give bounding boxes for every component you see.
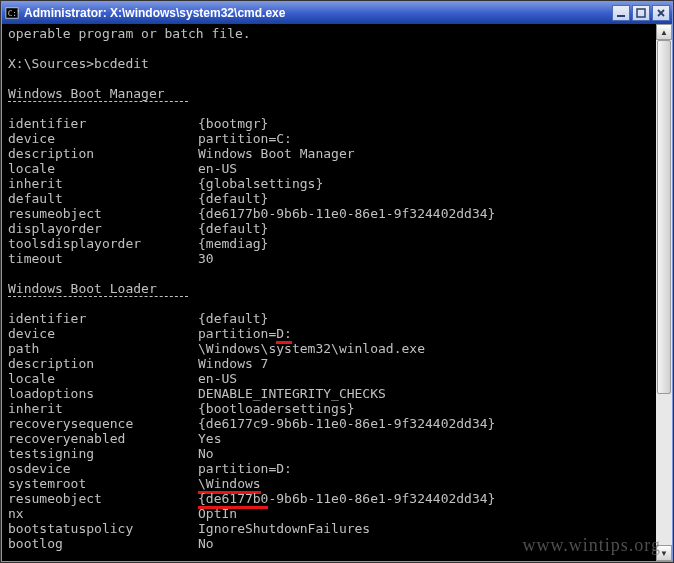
field-value: \Windows\system32\winload.exe	[198, 341, 425, 356]
field-label: timeout	[8, 251, 198, 266]
watermark: www.wintips.org	[522, 535, 661, 556]
field-label: description	[8, 356, 198, 371]
scroll-thumb[interactable]	[657, 40, 671, 394]
minimize-button[interactable]	[612, 5, 630, 21]
field-value: IgnoreShutdownFailures	[198, 521, 370, 536]
field-label: inherit	[8, 401, 198, 416]
field-value: 30	[198, 251, 214, 266]
field-label: recoverysequence	[8, 416, 198, 431]
section-header: Windows Boot Manager	[8, 86, 165, 101]
field-value: {default}	[198, 221, 268, 236]
field-value: en-US	[198, 371, 237, 386]
field-value: {bootloadersettings}	[198, 401, 355, 416]
field-label: path	[8, 341, 198, 356]
cmd-icon: C:\	[4, 5, 20, 21]
field-label: displayorder	[8, 221, 198, 236]
field-label: recoveryenabled	[8, 431, 198, 446]
field-label: testsigning	[8, 446, 198, 461]
field-label: identifier	[8, 311, 198, 326]
field-label: inherit	[8, 176, 198, 191]
field-value: Windows Boot Manager	[198, 146, 355, 161]
svg-rect-3	[637, 9, 645, 17]
field-label: resumeobject	[8, 206, 198, 221]
field-label: device	[8, 131, 198, 146]
terminal-output[interactable]: operable program or batch file. X:\Sourc…	[2, 24, 672, 561]
field-value: {de6177b0-9b6b-11e0-86e1-9f324402dd34}	[198, 206, 495, 221]
field-value: partition=D:	[198, 326, 292, 341]
field-value: {default}	[198, 191, 268, 206]
field-value: Yes	[198, 431, 221, 446]
field-label: device	[8, 326, 198, 341]
field-value: No	[198, 536, 214, 551]
field-value: partition=D:	[198, 461, 292, 476]
field-label: systemroot	[8, 476, 198, 491]
scroll-up-button[interactable]: ▲	[656, 24, 672, 40]
section-header: Windows Boot Loader	[8, 281, 157, 296]
field-label: bootlog	[8, 536, 198, 551]
vertical-scrollbar[interactable]: ▲ ▼	[656, 24, 672, 561]
highlighted-value: {de6177b0	[198, 491, 268, 506]
cmd-window: C:\ Administrator: X:\windows\system32\c…	[1, 1, 673, 562]
field-value: Windows 7	[198, 356, 268, 371]
field-value: {bootmgr}	[198, 116, 268, 131]
field-value: DENABLE_INTEGRITY_CHECKS	[198, 386, 386, 401]
svg-rect-2	[617, 15, 625, 17]
field-value: \Windows	[198, 476, 261, 491]
field-label: osdevice	[8, 461, 198, 476]
highlighted-value: \Windows	[198, 476, 261, 491]
field-label: loadoptions	[8, 386, 198, 401]
command: bcdedit	[94, 56, 149, 71]
output-line: operable program or batch file.	[8, 26, 251, 41]
close-button[interactable]	[652, 5, 670, 21]
field-value: No	[198, 446, 214, 461]
field-label: bootstatuspolicy	[8, 521, 198, 536]
field-value: {memdiag}	[198, 236, 268, 251]
field-label: locale	[8, 371, 198, 386]
field-value: {de6177b0-9b6b-11e0-86e1-9f324402dd34}	[198, 491, 495, 506]
field-label: description	[8, 146, 198, 161]
field-value: {default}	[198, 311, 268, 326]
field-value: {de6177c9-9b6b-11e0-86e1-9f324402dd34}	[198, 416, 495, 431]
field-label: resumeobject	[8, 491, 198, 506]
scroll-track[interactable]	[656, 40, 672, 545]
maximize-button[interactable]	[632, 5, 650, 21]
field-value: en-US	[198, 161, 237, 176]
field-label: locale	[8, 161, 198, 176]
field-label: identifier	[8, 116, 198, 131]
field-label: toolsdisplayorder	[8, 236, 198, 251]
titlebar[interactable]: C:\ Administrator: X:\windows\system32\c…	[2, 2, 672, 24]
svg-text:C:\: C:\	[8, 9, 19, 18]
window-title: Administrator: X:\windows\system32\cmd.e…	[24, 6, 285, 20]
field-label: default	[8, 191, 198, 206]
field-label: nx	[8, 506, 198, 521]
highlighted-drive: D:	[276, 326, 292, 341]
field-value: {globalsettings}	[198, 176, 323, 191]
field-value: partition=C:	[198, 131, 292, 146]
prompt: X:\Sources>	[8, 56, 94, 71]
